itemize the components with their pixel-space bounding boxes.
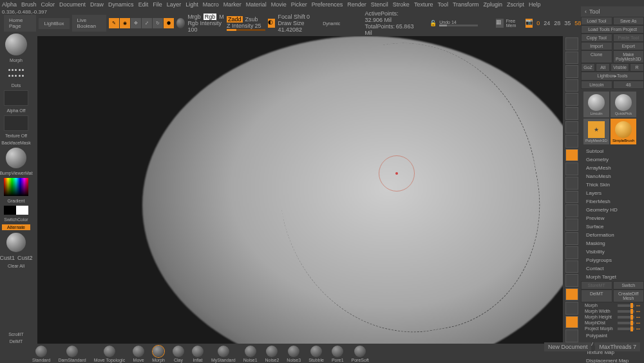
mode-rotate[interactable]: ↻ [153,18,163,28]
menu-item[interactable]: Document [59,1,86,8]
clear-all-button[interactable]: Clear All [8,264,24,268]
menu-item[interactable]: Preferences [312,1,343,8]
panel-section-visibility[interactable]: Visibility [581,248,644,256]
menu-item[interactable]: Macro [203,1,219,8]
color-picker[interactable] [4,178,28,196]
goz-button[interactable]: GoZ [581,63,595,72]
undo-label[interactable]: Undo 14 [439,20,478,25]
material-preview-icon[interactable] [6,148,26,168]
scroll-label[interactable]: ScrollIT [8,332,24,337]
menu-item[interactable]: Movie [271,1,287,8]
morph-slider-morph[interactable]: Morph••• [581,302,644,308]
viewport-tool-icon[interactable] [565,135,578,148]
hist-num[interactable]: 0 [535,20,541,26]
del-mt-button[interactable]: DelMT [581,289,612,302]
viewport-tool-icon[interactable] [565,288,578,301]
hist-num[interactable]: 24 [542,20,551,26]
panel-section-surface[interactable]: Surface [581,222,644,231]
brush-shelf-standard[interactable]: Standard [32,346,50,362]
rgb-label[interactable]: Rgb [204,14,217,20]
make-polymesh-button[interactable]: Make PolyMesh3D [613,50,645,63]
load-tool-button[interactable]: Load Tool [581,17,612,25]
viewport-tool-icon[interactable] [565,246,578,259]
viewport-tool-icon[interactable] [565,329,578,342]
menu-item[interactable]: File [153,1,162,8]
save-as-button[interactable]: Save As [613,17,645,25]
menu-item[interactable]: Alpha [2,1,17,8]
brush-shelf-move[interactable]: Move [133,346,144,362]
load-tools-project-button[interactable]: Load Tools From Project [581,25,644,34]
menu-item[interactable]: Transform [453,1,479,8]
zadd-label[interactable]: Zadd [227,16,243,23]
alpha-slot[interactable] [4,90,28,106]
morph-slider-project-morph[interactable]: Project Morph••• [581,326,644,331]
m-label[interactable]: M [219,14,224,20]
viewport-tool-icon[interactable] [565,52,578,64]
menu-item[interactable]: Help [529,1,541,8]
viewport-tool-icon[interactable] [565,177,578,190]
brush-mode-icon[interactable]: ◐ [268,19,275,28]
morph-slider-morph-width[interactable]: Morph Width••• [581,308,644,314]
alternate-button[interactable]: Alternate [2,224,30,230]
panel-section-layers[interactable]: Layers [581,189,644,197]
secondary-color-swatch[interactable] [16,206,28,215]
export-button[interactable]: Export [613,42,645,50]
menu-item[interactable]: Stroke [393,1,410,8]
menu-item[interactable]: Texture [414,1,433,8]
tab-liveboolean[interactable]: Live Boolean [72,15,107,32]
panel-section-contact[interactable]: Contact [581,264,644,273]
viewport-tool-icon[interactable] [565,121,578,134]
goz-visible-button[interactable]: Visible [611,63,629,72]
cust2-label[interactable]: Cust2 [17,255,33,261]
brush-shelf-poresoft[interactable]: PoreSoft [352,346,369,362]
material-preview-icon[interactable] [176,18,185,28]
delmt-label[interactable]: DelMT [10,339,23,344]
zsub-label[interactable]: Zsub [245,16,258,23]
panel-section-arraymesh[interactable]: ArrayMesh [581,164,644,172]
tool-thumb-lincoln[interactable]: Lincoln [583,92,609,117]
viewport-canvas[interactable] [37,36,563,344]
panel-section-deformation[interactable]: Deformation [581,231,644,239]
morph-slider-morphdist[interactable]: MorphDist••• [581,320,644,326]
panel-section-fibermesh[interactable]: FiberMesh [581,197,644,206]
switch-color-label[interactable]: SwitchColor [4,217,28,222]
lock-icon[interactable]: 🔓 [430,20,437,26]
gradient-label[interactable]: Gradient [8,199,25,203]
tab-home[interactable]: Home Page [4,15,36,32]
mode-edit[interactable]: ✎ [109,18,119,28]
primary-color-swatch[interactable] [4,206,16,215]
paste-tool-button[interactable]: Paste Tool [613,34,645,42]
hist-num[interactable]: 35 [563,20,572,26]
goz-r-button[interactable]: R [630,63,644,72]
panel-section-nanomesh[interactable]: NanoMesh [581,172,644,181]
viewport-tool-icon[interactable] [565,79,578,92]
viewport-tool-icon[interactable] [565,37,578,50]
lightbox-tools-button[interactable]: Lightbox▸Tools [581,72,644,81]
panel-section-thick-skin[interactable]: Thick Skin [581,181,644,189]
panel-section-polygroups[interactable]: Polygroups [581,256,644,264]
stroke-dots-icon[interactable] [5,65,27,81]
viewport-tool-icon[interactable] [565,191,578,204]
max-threads-label[interactable]: MaxThreads 7 [595,342,640,351]
brush-shelf-clay[interactable]: Clay [173,346,184,362]
focal-shift-value[interactable]: 0 [307,14,310,20]
viewport-tool-icon[interactable] [565,162,578,175]
tool-thumb-quickpick[interactable]: QuickPick [611,92,636,117]
z-intensity-slider[interactable] [227,29,265,31]
camera-icon[interactable]: 📷 [526,19,533,28]
cust-preview-icon[interactable] [6,233,26,252]
undo-history-slider[interactable] [439,25,478,26]
menu-item[interactable]: Material [246,1,267,8]
dynamic-toggle[interactable]: Dynamic [323,21,340,26]
store-mt-button[interactable]: StoreMT [581,281,612,289]
document-name-label[interactable]: New Document [544,342,592,351]
viewport-tool-icon[interactable] [565,149,578,162]
menu-item[interactable]: Color [41,1,55,8]
viewport-tool-icon[interactable] [565,274,578,287]
brush-shelf-stubble[interactable]: Stubble [308,346,324,362]
brush-shelf-pore1[interactable]: Pore1 [332,346,344,362]
menu-item[interactable]: Marker [223,1,242,8]
mrgb-label[interactable]: Mrgb [187,14,201,20]
create-diff-button[interactable]: CreateDiff Mesh [613,289,645,302]
viewport-tool-icon[interactable] [565,302,578,315]
